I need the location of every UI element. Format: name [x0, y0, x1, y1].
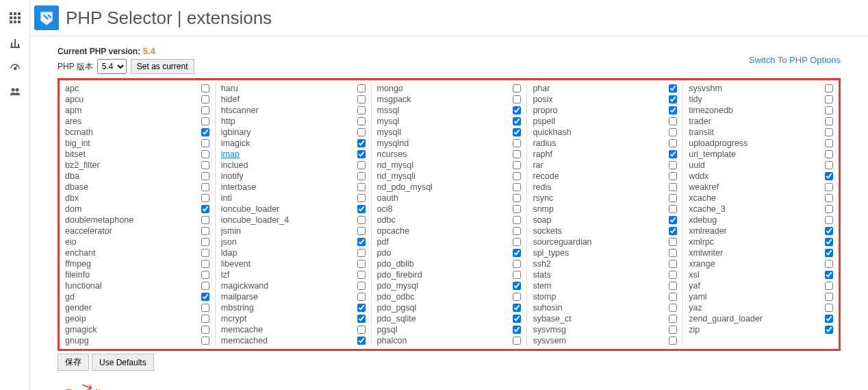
- extension-checkbox[interactable]: [201, 326, 209, 334]
- extension-checkbox[interactable]: [669, 183, 677, 191]
- extension-checkbox[interactable]: [201, 227, 209, 235]
- extension-checkbox[interactable]: [825, 128, 833, 136]
- extension-checkbox[interactable]: [201, 260, 209, 268]
- extension-checkbox[interactable]: [201, 150, 209, 158]
- extension-checkbox[interactable]: [513, 227, 521, 235]
- extension-checkbox[interactable]: [513, 293, 521, 301]
- extension-checkbox[interactable]: [201, 238, 209, 246]
- extension-checkbox[interactable]: [669, 84, 677, 93]
- extension-checkbox[interactable]: [513, 194, 521, 202]
- extension-checkbox[interactable]: [513, 183, 521, 191]
- extension-checkbox[interactable]: [513, 139, 521, 147]
- extension-checkbox[interactable]: [513, 249, 521, 257]
- extension-checkbox[interactable]: [201, 84, 209, 93]
- extension-checkbox[interactable]: [201, 205, 209, 213]
- extension-checkbox[interactable]: [825, 304, 833, 312]
- extension-checkbox[interactable]: [513, 216, 521, 224]
- extension-checkbox[interactable]: [513, 128, 521, 136]
- extension-checkbox[interactable]: [669, 205, 677, 213]
- extension-checkbox[interactable]: [825, 205, 833, 213]
- extension-checkbox[interactable]: [357, 282, 366, 290]
- extension-checkbox[interactable]: [357, 161, 366, 169]
- extension-checkbox[interactable]: [513, 271, 521, 279]
- extension-checkbox[interactable]: [669, 139, 677, 147]
- extension-checkbox[interactable]: [669, 227, 677, 235]
- use-defaults-button[interactable]: Use Defaults: [92, 354, 154, 371]
- extension-checkbox[interactable]: [201, 106, 209, 114]
- extension-checkbox[interactable]: [513, 315, 521, 323]
- extension-checkbox[interactable]: [357, 326, 366, 334]
- set-as-current-button[interactable]: Set as current: [131, 59, 194, 74]
- extension-checkbox[interactable]: [357, 238, 366, 246]
- stats-icon[interactable]: [0, 30, 29, 55]
- extension-checkbox[interactable]: [357, 315, 366, 323]
- extension-checkbox[interactable]: [825, 216, 833, 224]
- extension-checkbox[interactable]: [825, 249, 833, 257]
- extension-checkbox[interactable]: [513, 205, 521, 213]
- extension-checkbox[interactable]: [357, 150, 366, 158]
- extension-checkbox[interactable]: [825, 238, 833, 246]
- extension-checkbox[interactable]: [513, 172, 521, 180]
- extension-checkbox[interactable]: [669, 282, 677, 290]
- extension-checkbox[interactable]: [357, 117, 366, 125]
- extension-checkbox[interactable]: [513, 304, 521, 312]
- switch-to-php-options-link[interactable]: Switch To PHP Options: [749, 55, 841, 65]
- extension-checkbox[interactable]: [201, 128, 209, 136]
- extension-name[interactable]: imap: [221, 149, 240, 159]
- extension-checkbox[interactable]: [357, 128, 366, 136]
- extension-checkbox[interactable]: [357, 205, 366, 213]
- extension-checkbox[interactable]: [669, 260, 677, 268]
- extension-checkbox[interactable]: [825, 150, 833, 158]
- extension-checkbox[interactable]: [825, 260, 833, 268]
- extension-checkbox[interactable]: [357, 249, 366, 257]
- extension-checkbox[interactable]: [513, 238, 521, 246]
- extension-checkbox[interactable]: [825, 117, 833, 125]
- extension-checkbox[interactable]: [825, 227, 833, 235]
- extension-checkbox[interactable]: [513, 117, 521, 125]
- extension-checkbox[interactable]: [357, 337, 366, 345]
- extension-checkbox[interactable]: [513, 84, 521, 93]
- extension-checkbox[interactable]: [669, 326, 677, 334]
- extension-checkbox[interactable]: [201, 337, 209, 345]
- extension-checkbox[interactable]: [669, 106, 677, 114]
- extension-checkbox[interactable]: [513, 260, 521, 268]
- extension-checkbox[interactable]: [513, 150, 521, 158]
- extension-checkbox[interactable]: [669, 293, 677, 301]
- extension-checkbox[interactable]: [201, 304, 209, 312]
- users-icon[interactable]: [0, 80, 29, 104]
- extension-checkbox[interactable]: [669, 95, 677, 103]
- extension-checkbox[interactable]: [357, 106, 366, 114]
- extension-checkbox[interactable]: [357, 293, 366, 301]
- extension-checkbox[interactable]: [357, 216, 366, 224]
- extension-checkbox[interactable]: [825, 95, 833, 103]
- extension-checkbox[interactable]: [825, 282, 833, 290]
- extension-checkbox[interactable]: [357, 172, 366, 180]
- extension-checkbox[interactable]: [201, 271, 209, 279]
- extension-checkbox[interactable]: [357, 84, 366, 93]
- extension-checkbox[interactable]: [201, 95, 209, 103]
- extension-checkbox[interactable]: [513, 95, 521, 103]
- extension-checkbox[interactable]: [357, 139, 366, 147]
- extension-checkbox[interactable]: [669, 238, 677, 246]
- extension-checkbox[interactable]: [201, 139, 209, 147]
- extension-checkbox[interactable]: [669, 150, 677, 158]
- extension-checkbox[interactable]: [825, 84, 833, 93]
- save-button[interactable]: 保存: [58, 354, 89, 371]
- extension-checkbox[interactable]: [357, 260, 366, 268]
- extension-checkbox[interactable]: [669, 315, 677, 323]
- extension-checkbox[interactable]: [201, 282, 209, 290]
- extension-checkbox[interactable]: [513, 337, 521, 345]
- extension-checkbox[interactable]: [201, 315, 209, 323]
- extension-checkbox[interactable]: [669, 194, 677, 202]
- extension-checkbox[interactable]: [201, 216, 209, 224]
- extension-checkbox[interactable]: [201, 194, 209, 202]
- php-version-select[interactable]: 5.4: [97, 59, 127, 74]
- extension-checkbox[interactable]: [669, 337, 677, 345]
- extension-checkbox[interactable]: [669, 161, 677, 169]
- extension-checkbox[interactable]: [201, 249, 209, 257]
- dashboard-icon[interactable]: [0, 55, 29, 80]
- extension-checkbox[interactable]: [513, 282, 521, 290]
- extension-checkbox[interactable]: [201, 183, 209, 191]
- extension-checkbox[interactable]: [669, 117, 677, 125]
- extension-checkbox[interactable]: [357, 304, 366, 312]
